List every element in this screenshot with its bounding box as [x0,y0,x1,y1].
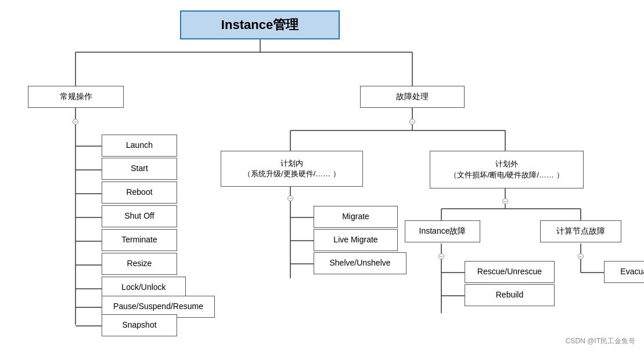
terminate-node: Terminate [102,229,177,251]
livemigrate-node: Live Migrate [314,229,398,251]
watermark: CSDN @IT民工金鱼哥 [566,336,635,346]
collapse-planned: − [287,195,293,201]
regular-ops-node: 常规操作 [28,86,124,108]
collapse-compute-fault: − [578,253,584,259]
snapshot-node: Snapshot [102,314,177,336]
collapse-fault: − [409,119,415,125]
shutoff-node: Shut Off [102,205,177,227]
evacuate-node: Evacuate [604,261,644,283]
instance-fault-node: Instance故障 [405,220,480,242]
resize-node: Resize [102,253,177,275]
fault-node: 故障处理 [360,86,465,108]
start-node: Start [102,158,177,180]
reboot-node: Reboot [102,182,177,204]
collapse-instance-fault: − [438,253,444,259]
collapse-unplanned: − [502,198,508,204]
rebuild-node: Rebuild [465,284,555,306]
migrate-node: Migrate [314,206,398,228]
collapse-regular: − [73,119,78,125]
rescue-node: Rescue/Unrescue [465,261,555,283]
root-node: Instance管理 [180,10,340,39]
shelve-node: Shelve/Unshelve [314,252,406,274]
planned-node: 计划内 （系统升级/更换硬件/…… ） [221,151,363,187]
unplanned-node: 计划外 （文件损坏/断电/硬件故障/…… ） [430,151,584,188]
compute-fault-node: 计算节点故障 [540,220,621,242]
launch-node: Launch [102,135,177,157]
diagram: Instance管理 常规操作 故障处理 − − 计划内 （系统升级/更换硬件/… [0,0,644,352]
